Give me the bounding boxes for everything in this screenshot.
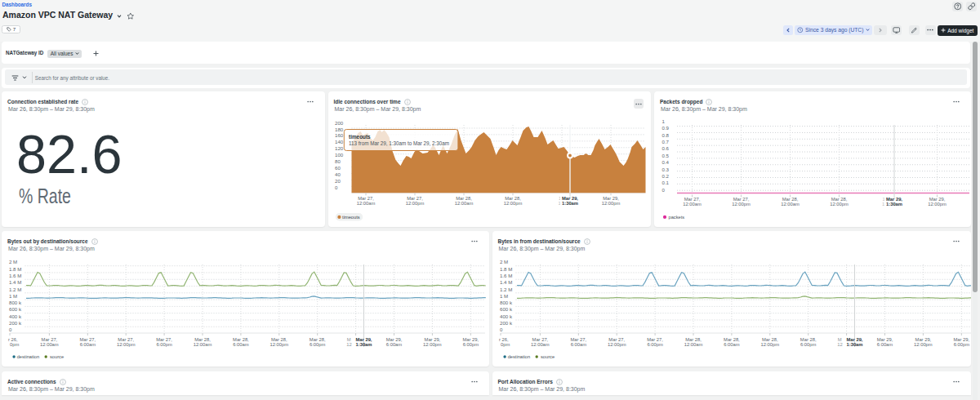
svg-text:12:00pm: 12:00pm — [423, 341, 442, 346]
svg-text:12:00pm: 12:00pm — [928, 202, 947, 207]
svg-text:timeouts: timeouts — [349, 134, 371, 140]
svg-text:1.8 M: 1.8 M — [9, 265, 21, 271]
svg-text:12:00pm: 12:00pm — [607, 341, 626, 346]
svg-text:1:30am: 1:30am — [886, 202, 902, 207]
svg-text:400 k: 400 k — [9, 313, 22, 318]
svg-text:1.2 M: 1.2 M — [9, 286, 21, 291]
svg-text:12:00am: 12:00am — [454, 201, 473, 206]
svg-text:6:00pm: 6:00pm — [953, 341, 969, 346]
svg-text:120: 120 — [335, 145, 344, 151]
svg-text:12: 12 — [837, 341, 842, 346]
svg-text:0.6: 0.6 — [662, 145, 670, 151]
svg-text:0.7: 0.7 — [662, 139, 670, 144]
svg-text:12:00pm: 12:00pm — [503, 201, 522, 206]
svg-text:1: 1 — [882, 202, 884, 207]
svg-text:source: source — [541, 354, 555, 359]
svg-text:timeouts: timeouts — [342, 215, 360, 220]
svg-text:1:30am: 1:30am — [562, 201, 578, 206]
svg-text:800 k: 800 k — [500, 300, 513, 305]
svg-text:113 from Mar 29, 1:30am to Mar: 113 from Mar 29, 1:30am to Mar 29, 2:30a… — [349, 140, 449, 146]
svg-text:1.6 M: 1.6 M — [9, 272, 21, 278]
svg-text:12: 12 — [346, 341, 351, 346]
svg-text:2 M: 2 M — [500, 259, 508, 264]
svg-text:destination: destination — [507, 354, 530, 359]
svg-text:12:00pm: 12:00pm — [760, 341, 779, 346]
svg-text:12:00pm: 12:00pm — [270, 341, 289, 346]
svg-text:1: 1 — [662, 118, 666, 124]
svg-text:0.9: 0.9 — [662, 125, 670, 131]
svg-text:180: 180 — [335, 127, 344, 132]
svg-text:6:00pm: 6:00pm — [310, 341, 326, 346]
svg-text:1.6 M: 1.6 M — [500, 272, 512, 278]
svg-text:12:00am: 12:00am — [531, 341, 550, 346]
svg-text:12:00am: 12:00am — [684, 341, 702, 346]
svg-text:200 k: 200 k — [9, 319, 22, 325]
svg-text:1.4 M: 1.4 M — [9, 279, 21, 285]
svg-text:160: 160 — [335, 132, 344, 138]
svg-text:12:00pm: 12:00pm — [732, 202, 751, 207]
svg-text:1:30am: 1:30am — [356, 341, 372, 346]
svg-text:20: 20 — [335, 178, 341, 184]
svg-text:12:00am: 12:00am — [40, 341, 59, 346]
svg-text:1:30am: 1:30am — [846, 341, 862, 346]
svg-text:12:00am: 12:00am — [683, 202, 702, 207]
svg-text:12:00pm: 12:00pm — [830, 202, 849, 207]
svg-text:6:00pm: 6:00pm — [647, 341, 663, 346]
svg-text:80: 80 — [335, 158, 341, 164]
svg-text:1 M: 1 M — [500, 292, 508, 298]
svg-text:source: source — [50, 354, 64, 359]
svg-text:200 k: 200 k — [500, 319, 513, 325]
svg-text:1.4 M: 1.4 M — [500, 279, 512, 285]
svg-text:12:00pm: 12:00pm — [601, 201, 620, 206]
svg-text:6:00pm: 6:00pm — [800, 341, 817, 346]
svg-text:6:00am: 6:00am — [876, 341, 893, 346]
svg-text:0: 0 — [662, 187, 666, 193]
svg-text:0: 0 — [335, 184, 338, 190]
svg-text:6:00am: 6:00am — [80, 341, 96, 346]
svg-text:12:00am: 12:00am — [781, 202, 800, 207]
svg-text:6:00am: 6:00am — [724, 341, 740, 346]
svg-text:1.8 M: 1.8 M — [500, 265, 512, 271]
svg-text:0.5: 0.5 — [662, 153, 670, 158]
svg-text:600 k: 600 k — [500, 306, 513, 312]
svg-text:12:00pm: 12:00pm — [405, 201, 424, 206]
svg-text:0pm: 0pm — [10, 341, 19, 346]
svg-text:600 k: 600 k — [9, 306, 22, 312]
svg-text:0.8: 0.8 — [662, 132, 670, 138]
svg-text:1.2 M: 1.2 M — [500, 286, 512, 291]
svg-text:6:00pm: 6:00pm — [156, 341, 172, 346]
svg-text:6:00pm: 6:00pm — [463, 341, 479, 346]
svg-text:12:00pm: 12:00pm — [117, 341, 136, 346]
svg-text:packets: packets — [669, 215, 685, 220]
svg-text:2 M: 2 M — [9, 259, 17, 264]
svg-text:1 M: 1 M — [9, 292, 17, 298]
svg-text:800 k: 800 k — [9, 300, 22, 305]
svg-text:0: 0 — [9, 327, 12, 332]
svg-text:12:00am: 12:00am — [194, 341, 212, 346]
svg-text:0.1: 0.1 — [662, 180, 670, 185]
svg-text:6:00am: 6:00am — [570, 341, 586, 346]
svg-text:140: 140 — [335, 139, 344, 144]
svg-text:12:00pm: 12:00pm — [914, 341, 933, 346]
svg-text:60: 60 — [335, 165, 341, 171]
svg-text:6:00am: 6:00am — [233, 341, 249, 346]
svg-text:0.3: 0.3 — [662, 167, 670, 172]
svg-text:0: 0 — [500, 327, 503, 332]
svg-text:destination: destination — [17, 354, 40, 359]
svg-text:200: 200 — [335, 120, 344, 126]
svg-text:400 k: 400 k — [500, 313, 513, 318]
svg-text:40: 40 — [335, 171, 341, 177]
svg-text:12:00am: 12:00am — [356, 201, 375, 206]
svg-text:0.2: 0.2 — [662, 173, 670, 179]
svg-text:6:00am: 6:00am — [386, 341, 403, 346]
svg-text:0pm: 0pm — [501, 341, 510, 346]
svg-text:100: 100 — [335, 152, 344, 158]
svg-text:0.4: 0.4 — [662, 159, 670, 165]
